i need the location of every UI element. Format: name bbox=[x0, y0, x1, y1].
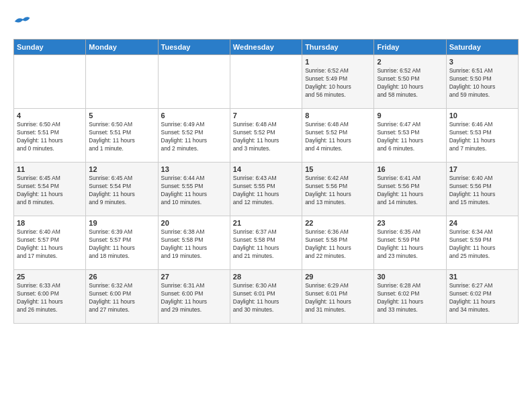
day-number: 20 bbox=[161, 219, 227, 227]
calendar-cell: 27Sunrise: 6:31 AM Sunset: 6:00 PM Dayli… bbox=[158, 270, 230, 324]
calendar-week-row: 25Sunrise: 6:33 AM Sunset: 6:00 PM Dayli… bbox=[14, 270, 519, 324]
calendar-cell: 13Sunrise: 6:44 AM Sunset: 5:55 PM Dayli… bbox=[158, 163, 230, 216]
calendar-cell: 26Sunrise: 6:32 AM Sunset: 6:00 PM Dayli… bbox=[86, 270, 158, 324]
day-number: 18 bbox=[17, 219, 83, 227]
calendar-cell: 7Sunrise: 6:48 AM Sunset: 5:52 PM Daylig… bbox=[230, 109, 302, 163]
day-info: Sunrise: 6:43 AM Sunset: 5:55 PM Dayligh… bbox=[233, 175, 299, 207]
calendar-week-row: 1Sunrise: 6:52 AM Sunset: 5:49 PM Daylig… bbox=[14, 55, 519, 109]
day-number: 14 bbox=[233, 165, 299, 173]
calendar-week-row: 18Sunrise: 6:40 AM Sunset: 5:57 PM Dayli… bbox=[14, 216, 519, 270]
weekday-header-sunday: Sunday bbox=[14, 40, 86, 55]
calendar-cell: 16Sunrise: 6:41 AM Sunset: 5:56 PM Dayli… bbox=[374, 163, 446, 216]
day-info: Sunrise: 6:39 AM Sunset: 5:57 PM Dayligh… bbox=[89, 228, 154, 261]
day-info: Sunrise: 6:48 AM Sunset: 5:52 PM Dayligh… bbox=[233, 121, 299, 153]
calendar-cell: 31Sunrise: 6:27 AM Sunset: 6:02 PM Dayli… bbox=[446, 270, 518, 324]
calendar-cell: 18Sunrise: 6:40 AM Sunset: 5:57 PM Dayli… bbox=[14, 216, 86, 270]
day-info: Sunrise: 6:45 AM Sunset: 5:54 PM Dayligh… bbox=[17, 175, 83, 207]
day-number: 4 bbox=[17, 111, 83, 120]
calendar-cell: 25Sunrise: 6:33 AM Sunset: 6:00 PM Dayli… bbox=[14, 270, 86, 324]
calendar-header-row: SundayMondayTuesdayWednesdayThursdayFrid… bbox=[14, 40, 519, 55]
calendar-cell: 12Sunrise: 6:45 AM Sunset: 5:54 PM Dayli… bbox=[86, 163, 158, 216]
calendar-cell bbox=[230, 55, 302, 109]
day-info: Sunrise: 6:52 AM Sunset: 5:49 PM Dayligh… bbox=[305, 67, 371, 99]
day-number: 16 bbox=[377, 165, 443, 173]
weekday-header-saturday: Saturday bbox=[446, 40, 518, 55]
day-number: 11 bbox=[17, 165, 83, 173]
logo-icon bbox=[13, 12, 32, 31]
day-info: Sunrise: 6:50 AM Sunset: 5:51 PM Dayligh… bbox=[89, 121, 154, 153]
calendar-week-row: 4Sunrise: 6:50 AM Sunset: 5:51 PM Daylig… bbox=[14, 109, 519, 163]
day-number: 21 bbox=[233, 219, 299, 227]
day-number: 19 bbox=[89, 219, 154, 227]
calendar-cell: 11Sunrise: 6:45 AM Sunset: 5:54 PM Dayli… bbox=[14, 163, 86, 216]
calendar-cell: 30Sunrise: 6:28 AM Sunset: 6:02 PM Dayli… bbox=[374, 270, 446, 324]
day-info: Sunrise: 6:41 AM Sunset: 5:56 PM Dayligh… bbox=[377, 175, 443, 207]
calendar-cell: 21Sunrise: 6:37 AM Sunset: 5:58 PM Dayli… bbox=[230, 216, 302, 270]
day-info: Sunrise: 6:40 AM Sunset: 5:56 PM Dayligh… bbox=[449, 175, 515, 207]
day-info: Sunrise: 6:47 AM Sunset: 5:53 PM Dayligh… bbox=[377, 121, 443, 153]
day-number: 22 bbox=[305, 219, 371, 227]
day-number: 10 bbox=[449, 111, 515, 120]
day-number: 12 bbox=[89, 165, 154, 173]
day-number: 17 bbox=[449, 165, 515, 173]
calendar-cell: 2Sunrise: 6:52 AM Sunset: 5:50 PM Daylig… bbox=[374, 55, 446, 109]
calendar-cell: 23Sunrise: 6:35 AM Sunset: 5:59 PM Dayli… bbox=[374, 216, 446, 270]
calendar-body: 1Sunrise: 6:52 AM Sunset: 5:49 PM Daylig… bbox=[14, 55, 519, 324]
calendar-table: SundayMondayTuesdayWednesdayThursdayFrid… bbox=[13, 39, 519, 324]
day-number: 25 bbox=[17, 273, 83, 281]
calendar-cell: 8Sunrise: 6:48 AM Sunset: 5:52 PM Daylig… bbox=[302, 109, 374, 163]
page: SundayMondayTuesdayWednesdayThursdayFrid… bbox=[0, 0, 532, 330]
day-info: Sunrise: 6:44 AM Sunset: 5:55 PM Dayligh… bbox=[161, 175, 227, 207]
day-info: Sunrise: 6:30 AM Sunset: 6:01 PM Dayligh… bbox=[233, 282, 299, 314]
day-number: 13 bbox=[161, 165, 227, 173]
calendar-cell: 15Sunrise: 6:42 AM Sunset: 5:56 PM Dayli… bbox=[302, 163, 374, 216]
day-number: 28 bbox=[233, 273, 299, 281]
day-info: Sunrise: 6:38 AM Sunset: 5:58 PM Dayligh… bbox=[161, 228, 227, 261]
day-number: 24 bbox=[449, 219, 515, 227]
day-info: Sunrise: 6:45 AM Sunset: 5:54 PM Dayligh… bbox=[89, 175, 154, 207]
calendar-cell: 29Sunrise: 6:29 AM Sunset: 6:01 PM Dayli… bbox=[302, 270, 374, 324]
day-number: 7 bbox=[233, 111, 299, 120]
day-number: 27 bbox=[161, 273, 227, 281]
calendar-cell: 10Sunrise: 6:46 AM Sunset: 5:53 PM Dayli… bbox=[446, 109, 518, 163]
weekday-header-wednesday: Wednesday bbox=[230, 40, 302, 55]
day-info: Sunrise: 6:42 AM Sunset: 5:56 PM Dayligh… bbox=[305, 175, 371, 207]
day-info: Sunrise: 6:27 AM Sunset: 6:02 PM Dayligh… bbox=[449, 282, 515, 314]
weekday-header-tuesday: Tuesday bbox=[158, 40, 230, 55]
day-info: Sunrise: 6:40 AM Sunset: 5:57 PM Dayligh… bbox=[17, 228, 83, 261]
day-number: 1 bbox=[305, 58, 371, 66]
day-info: Sunrise: 6:31 AM Sunset: 6:00 PM Dayligh… bbox=[161, 282, 227, 314]
calendar-cell bbox=[14, 55, 86, 109]
day-info: Sunrise: 6:33 AM Sunset: 6:00 PM Dayligh… bbox=[17, 282, 83, 314]
calendar-cell: 17Sunrise: 6:40 AM Sunset: 5:56 PM Dayli… bbox=[446, 163, 518, 216]
day-number: 30 bbox=[377, 273, 443, 281]
logo bbox=[13, 12, 35, 31]
day-number: 3 bbox=[449, 58, 515, 66]
calendar-cell: 9Sunrise: 6:47 AM Sunset: 5:53 PM Daylig… bbox=[374, 109, 446, 163]
calendar-cell: 5Sunrise: 6:50 AM Sunset: 5:51 PM Daylig… bbox=[86, 109, 158, 163]
day-number: 26 bbox=[89, 273, 154, 281]
day-info: Sunrise: 6:50 AM Sunset: 5:51 PM Dayligh… bbox=[17, 121, 83, 153]
weekday-header-thursday: Thursday bbox=[302, 40, 374, 55]
calendar-cell: 20Sunrise: 6:38 AM Sunset: 5:58 PM Dayli… bbox=[158, 216, 230, 270]
day-info: Sunrise: 6:46 AM Sunset: 5:53 PM Dayligh… bbox=[449, 121, 515, 153]
calendar-cell: 22Sunrise: 6:36 AM Sunset: 5:58 PM Dayli… bbox=[302, 216, 374, 270]
calendar-cell: 4Sunrise: 6:50 AM Sunset: 5:51 PM Daylig… bbox=[14, 109, 86, 163]
day-info: Sunrise: 6:28 AM Sunset: 6:02 PM Dayligh… bbox=[377, 282, 443, 314]
calendar-cell: 14Sunrise: 6:43 AM Sunset: 5:55 PM Dayli… bbox=[230, 163, 302, 216]
calendar-cell: 19Sunrise: 6:39 AM Sunset: 5:57 PM Dayli… bbox=[86, 216, 158, 270]
day-number: 6 bbox=[161, 111, 227, 120]
day-info: Sunrise: 6:51 AM Sunset: 5:50 PM Dayligh… bbox=[449, 67, 515, 99]
day-number: 15 bbox=[305, 165, 371, 173]
calendar-week-row: 11Sunrise: 6:45 AM Sunset: 5:54 PM Dayli… bbox=[14, 163, 519, 216]
calendar-cell bbox=[86, 55, 158, 109]
day-info: Sunrise: 6:49 AM Sunset: 5:52 PM Dayligh… bbox=[161, 121, 227, 153]
day-number: 31 bbox=[449, 273, 515, 281]
calendar-cell: 24Sunrise: 6:34 AM Sunset: 5:59 PM Dayli… bbox=[446, 216, 518, 270]
day-number: 2 bbox=[377, 58, 443, 66]
day-info: Sunrise: 6:52 AM Sunset: 5:50 PM Dayligh… bbox=[377, 67, 443, 99]
calendar-cell: 1Sunrise: 6:52 AM Sunset: 5:49 PM Daylig… bbox=[302, 55, 374, 109]
day-info: Sunrise: 6:48 AM Sunset: 5:52 PM Dayligh… bbox=[305, 121, 371, 153]
day-info: Sunrise: 6:36 AM Sunset: 5:58 PM Dayligh… bbox=[305, 228, 371, 261]
day-number: 9 bbox=[377, 111, 443, 120]
